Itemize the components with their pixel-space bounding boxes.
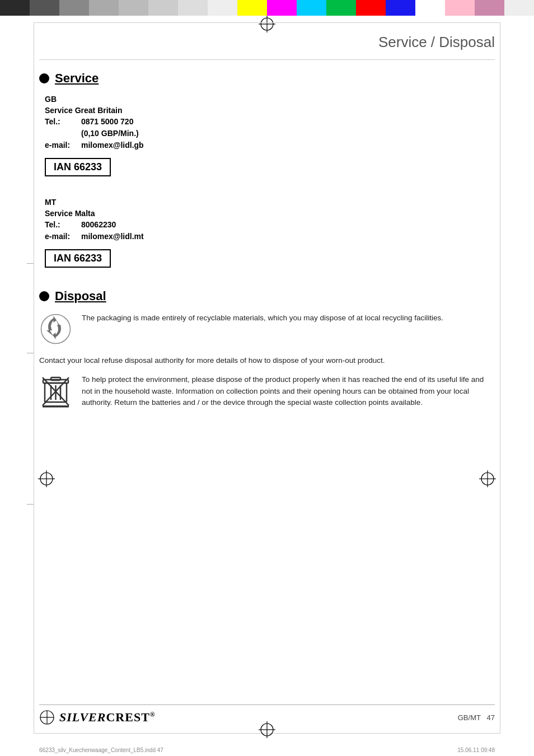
file-info-filename: 66233_silv_Kuechenwaage_Content_LB5.indd… xyxy=(39,747,163,753)
color-segment xyxy=(237,0,267,16)
file-info-date: 15.06.11 09:48 xyxy=(457,747,495,753)
disposal-section: Disposal The packaging is made entirely … xyxy=(39,289,495,408)
page-content: Service / Disposal Service GB Service Gr… xyxy=(39,28,495,725)
service-mt-email-row: e-mail: milomex@lidl.mt xyxy=(45,231,495,242)
tel-note-gb: (0,10 GBP/Min.) xyxy=(81,128,139,139)
footer-region: GB/MT xyxy=(458,713,481,722)
color-segment xyxy=(30,0,59,16)
color-segment xyxy=(297,0,326,16)
color-segment xyxy=(0,0,30,16)
color-segment xyxy=(89,0,119,16)
color-segment xyxy=(208,0,237,16)
service-mt-block: MT Service Malta Tel.: 80062230 e-mail: … xyxy=(45,198,495,279)
email-label-mt: e-mail: xyxy=(45,231,81,242)
side-tick xyxy=(27,504,34,505)
color-segment xyxy=(504,0,534,16)
brand-crest: CREST xyxy=(106,710,149,724)
color-segment xyxy=(148,0,178,16)
footer-page-number: 47 xyxy=(487,713,495,722)
color-segment xyxy=(59,0,89,16)
country-code-mt: MT xyxy=(45,198,495,207)
email-value-mt: milomex@lidl.mt xyxy=(81,231,144,242)
weee-text: To help protect the environment, please … xyxy=(82,374,495,408)
brand-reg: ® xyxy=(150,711,156,718)
file-info-bar: 66233_silv_Kuechenwaage_Content_LB5.indd… xyxy=(39,747,495,753)
recycling-icon xyxy=(39,312,72,345)
color-segment xyxy=(475,0,504,16)
tel-note-spacer xyxy=(45,128,81,139)
service-title: Service xyxy=(55,71,99,86)
color-segment xyxy=(356,0,386,16)
brand-silver: SILVER xyxy=(59,710,106,724)
service-mt-info: Tel.: 80062230 e-mail: milomex@lidl.mt xyxy=(45,219,495,242)
tel-value-mt: 80062230 xyxy=(81,219,116,231)
footer-logo-area: SILVERCREST® xyxy=(39,710,156,725)
svg-rect-18 xyxy=(43,405,69,408)
color-bar xyxy=(0,0,534,16)
disposal-title: Disposal xyxy=(55,289,106,304)
border-right xyxy=(500,22,500,734)
tel-value-gb: 0871 5000 720 xyxy=(81,116,133,128)
service-section: Service GB Service Great Britain Tel.: 0… xyxy=(39,71,495,279)
recycling-item: The packaging is made entirely of recycl… xyxy=(39,312,495,345)
color-segment xyxy=(267,0,297,16)
service-gb-name: Service Great Britain xyxy=(45,106,495,115)
side-tick xyxy=(27,263,34,264)
service-gb-email-row: e-mail: milomex@lidl.gb xyxy=(45,139,495,151)
country-code-gb: GB xyxy=(45,95,495,104)
border-left xyxy=(34,22,34,734)
page-header-title: Service / Disposal xyxy=(378,34,495,50)
color-segment xyxy=(415,0,445,16)
footer-page-info: GB/MT 47 xyxy=(458,713,495,722)
color-segment xyxy=(445,0,475,16)
page-header: Service / Disposal xyxy=(39,28,495,60)
tel-label-gb: Tel.: xyxy=(45,116,81,128)
disposal-heading: Disposal xyxy=(39,289,495,304)
service-mt-name: Service Malta xyxy=(45,209,495,218)
border-top xyxy=(34,22,500,23)
ian-box-gb: IAN 66233 xyxy=(45,158,111,176)
color-segment xyxy=(326,0,356,16)
reg-mark-bottom-center xyxy=(259,721,275,740)
footer-logo-mark xyxy=(39,710,55,725)
service-mt-tel-row: Tel.: 80062230 xyxy=(45,219,495,231)
side-tick xyxy=(27,353,34,353)
service-heading: Service xyxy=(39,71,495,86)
service-gb-tel-row: Tel.: 0871 5000 720 xyxy=(45,116,495,128)
email-label-gb: e-mail: xyxy=(45,139,81,151)
color-segment xyxy=(119,0,148,16)
recycling-text: The packaging is made entirely of recycl… xyxy=(82,312,443,324)
service-bullet-icon xyxy=(39,73,49,83)
contact-text: Contact your local refuse disposal autho… xyxy=(39,355,495,366)
color-segment xyxy=(386,0,415,16)
service-gb-tel-note-row: (0,10 GBP/Min.) xyxy=(45,128,495,139)
service-gb-block: GB Service Great Britain Tel.: 0871 5000… xyxy=(45,95,495,188)
color-segment xyxy=(178,0,208,16)
weee-icon xyxy=(39,374,72,407)
weee-item: To help protect the environment, please … xyxy=(39,374,495,408)
footer-brand-text: SILVERCREST® xyxy=(59,710,156,725)
disposal-bullet-icon xyxy=(39,291,49,301)
tel-label-mt: Tel.: xyxy=(45,219,81,231)
service-gb-info: Tel.: 0871 5000 720 (0,10 GBP/Min.) e-ma… xyxy=(45,116,495,151)
ian-box-mt: IAN 66233 xyxy=(45,249,111,268)
svg-rect-12 xyxy=(51,377,60,380)
email-value-gb: milomex@lidl.gb xyxy=(81,139,144,151)
